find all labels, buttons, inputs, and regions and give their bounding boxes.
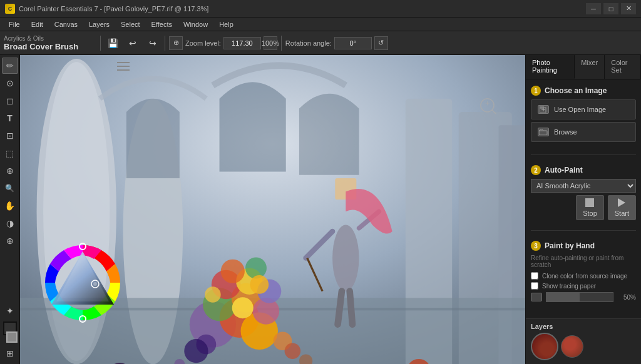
save-button[interactable]: 💾 bbox=[105, 35, 121, 51]
opacity-value: 50% bbox=[617, 294, 636, 301]
rotation-reset-btn[interactable]: ↺ bbox=[374, 36, 388, 50]
layer-thumb-2[interactable] bbox=[561, 335, 583, 358]
tracing-paper-label: Show tracing paper bbox=[542, 283, 596, 290]
opacity-icon bbox=[531, 293, 542, 301]
menu-file[interactable]: File bbox=[4, 19, 25, 29]
browse-button[interactable]: Browse bbox=[531, 122, 636, 142]
layers-section: Layers bbox=[526, 318, 641, 364]
section-2-number: 2 bbox=[531, 165, 541, 175]
right-panel-tabs: Photo Painting Mixer Color Set bbox=[526, 55, 641, 79]
app-icon: C bbox=[5, 4, 15, 14]
crop-tool-btn[interactable]: ⊡ bbox=[2, 128, 18, 144]
section-3-header: 3 Paint by Hand bbox=[531, 241, 636, 251]
tab-color-set[interactable]: Color Set bbox=[605, 55, 641, 79]
zoom-label: Zoom level: bbox=[185, 39, 221, 47]
stop-label: Stop bbox=[583, 210, 597, 217]
brush-tool-btn[interactable]: ✏ bbox=[2, 58, 18, 74]
start-button[interactable]: Start bbox=[608, 195, 636, 220]
zoom-control: ⊕ Zoom level: 100% bbox=[169, 36, 277, 50]
layer-thumb-1[interactable] bbox=[531, 333, 558, 360]
clone-color-checkbox[interactable] bbox=[531, 272, 538, 280]
pbh-subtitle: Refine auto-painting or paint from scrat… bbox=[531, 255, 636, 268]
tab-photo-painting[interactable]: Photo Painting bbox=[526, 55, 575, 79]
section-2-header: 2 Auto-Paint bbox=[531, 165, 636, 175]
right-panel-content: 1 Choose an Image Use Open Image bbox=[526, 79, 641, 318]
brush-category: Acrylics & Oils bbox=[4, 35, 44, 42]
svg-point-30 bbox=[332, 225, 359, 291]
title-bar-left: C Corel Painter Essentials 7 - [Pavel Go… bbox=[5, 4, 208, 14]
eraser-tool-btn[interactable]: ◻ bbox=[2, 93, 18, 109]
zoom-icon-btn[interactable]: ⊕ bbox=[169, 36, 183, 50]
section-paint-by-hand: 3 Paint by Hand Refine auto-painting or … bbox=[531, 241, 636, 302]
title-bar: C Corel Painter Essentials 7 - [Pavel Go… bbox=[0, 0, 641, 18]
menu-select[interactable]: Select bbox=[116, 19, 145, 29]
svg-point-26 bbox=[205, 286, 220, 302]
minimize-button[interactable]: ─ bbox=[586, 3, 601, 14]
eyedropper-tool-btn[interactable]: ⊙ bbox=[2, 75, 18, 91]
section-1-header: 1 Choose an Image bbox=[531, 86, 636, 96]
rotation-input[interactable] bbox=[334, 37, 372, 49]
svg-line-34 bbox=[338, 291, 342, 325]
browse-icon bbox=[538, 128, 549, 136]
section-3-title: Paint by Hand bbox=[545, 241, 595, 250]
layers-header: Layers bbox=[531, 323, 636, 330]
fx-tool-btn[interactable]: ✦ bbox=[2, 303, 18, 319]
menu-canvas[interactable]: Canvas bbox=[49, 19, 83, 29]
menu-window[interactable]: Window bbox=[178, 19, 213, 29]
auto-paint-dropdown[interactable]: AI Smooth Acrylic Classic Impressionism … bbox=[531, 179, 636, 193]
tracing-paper-row: Show tracing paper bbox=[531, 282, 636, 290]
brush-name: Broad Cover Brush bbox=[4, 42, 78, 51]
use-open-image-button[interactable]: Use Open Image bbox=[531, 99, 636, 119]
svg-point-24 bbox=[232, 297, 254, 318]
opacity-bar[interactable] bbox=[546, 292, 613, 302]
section-1-title: Choose an Image bbox=[545, 86, 607, 95]
right-panel: Photo Painting Mixer Color Set 1 Choose … bbox=[525, 55, 641, 364]
background-color[interactable] bbox=[6, 331, 18, 343]
zoom-input[interactable] bbox=[223, 37, 261, 49]
start-label: Start bbox=[615, 210, 629, 217]
canvas-area[interactable] bbox=[20, 55, 525, 364]
clone-tool-btn[interactable]: ⊕ bbox=[2, 233, 18, 249]
separator-2 bbox=[165, 36, 165, 51]
dodge-tool-btn[interactable]: ◑ bbox=[2, 215, 18, 231]
menu-layers[interactable]: Layers bbox=[84, 19, 115, 29]
selection-tool-btn[interactable]: ⬚ bbox=[2, 145, 18, 161]
grab-tool-btn[interactable]: ✋ bbox=[2, 198, 18, 214]
menu-edit[interactable]: Edit bbox=[26, 19, 48, 29]
start-icon bbox=[618, 198, 625, 207]
section-auto-paint: 2 Auto-Paint AI Smooth Acrylic Classic I… bbox=[531, 165, 636, 220]
undo-button[interactable]: ↩ bbox=[125, 35, 141, 51]
svg-point-25 bbox=[250, 275, 269, 294]
window-controls[interactable]: ─ □ ✕ bbox=[586, 3, 636, 14]
zoom-tool-btn[interactable]: 🔍 bbox=[2, 180, 18, 196]
stop-button[interactable]: Stop bbox=[576, 195, 604, 220]
transform-tool-btn[interactable]: ⊕ bbox=[2, 163, 18, 179]
clone-color-label: Clone color from source image bbox=[542, 273, 627, 280]
layers-thumbnail-row bbox=[531, 333, 636, 360]
color-grid-btn[interactable]: ⊞ bbox=[2, 345, 18, 361]
tab-mixer[interactable]: Mixer bbox=[575, 55, 605, 79]
menu-effects[interactable]: Effects bbox=[146, 19, 177, 29]
clone-color-row: Clone color from source image bbox=[531, 272, 636, 280]
maximize-button[interactable]: □ bbox=[603, 3, 618, 14]
text-tool-btn[interactable]: T bbox=[2, 110, 18, 126]
use-open-image-icon bbox=[538, 105, 549, 114]
separator-3 bbox=[281, 36, 282, 51]
close-button[interactable]: ✕ bbox=[621, 3, 636, 14]
app-title: Corel Painter Essentials 7 - [Pavel Golo… bbox=[19, 5, 208, 13]
opacity-bar-fill bbox=[546, 293, 580, 301]
menu-help[interactable]: Help bbox=[214, 19, 238, 29]
use-open-image-label: Use Open Image bbox=[554, 106, 606, 113]
redo-button[interactable]: ↪ bbox=[145, 35, 161, 51]
toolbar: Acrylics & Oils Broad Cover Brush 💾 ↩ ↪ … bbox=[0, 31, 641, 55]
tools-panel: ✏ ⊙ ◻ T ⊡ ⬚ ⊕ 🔍 ✋ ◑ ⊕ ✦ ⊞ bbox=[0, 55, 20, 364]
divider-1 bbox=[531, 154, 636, 155]
svg-point-23 bbox=[285, 343, 300, 358]
tracing-paper-checkbox[interactable] bbox=[531, 282, 538, 290]
svg-point-22 bbox=[184, 339, 208, 363]
color-wheel[interactable] bbox=[39, 239, 126, 326]
zoom-percent-btn[interactable]: 100% bbox=[264, 36, 277, 50]
section-3-number: 3 bbox=[531, 241, 541, 251]
hamburger-icon[interactable] bbox=[117, 61, 130, 74]
svg-point-18 bbox=[221, 260, 245, 283]
